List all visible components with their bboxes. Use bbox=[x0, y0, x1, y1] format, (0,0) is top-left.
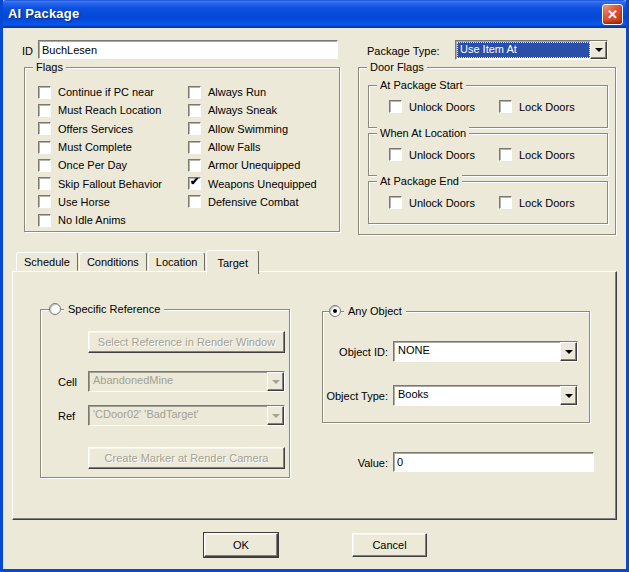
flag-row[interactable]: No Idle Anims bbox=[38, 214, 162, 227]
any-object-radio-label: Any Object bbox=[344, 305, 406, 317]
ref-dropdown-button bbox=[267, 406, 284, 425]
checkbox-location-lock-doors[interactable] bbox=[499, 148, 512, 161]
flag-row[interactable]: Weapons Unequipped bbox=[188, 177, 317, 190]
door-flags-group-title: Door Flags bbox=[367, 61, 427, 73]
checkbox-allow-swimming[interactable] bbox=[188, 122, 201, 135]
flag-row[interactable]: Must Reach Location bbox=[38, 104, 162, 117]
checkbox-end-lock-doors[interactable] bbox=[499, 196, 512, 209]
cancel-button[interactable]: Cancel bbox=[352, 533, 427, 557]
tab-label: Conditions bbox=[87, 256, 139, 268]
checkbox-must-reach-location[interactable] bbox=[38, 104, 51, 117]
door-flag-label: Lock Doors bbox=[519, 149, 575, 161]
flag-row[interactable]: Use Horse bbox=[38, 195, 162, 208]
tab-label: Location bbox=[156, 256, 198, 268]
object-id-dropdown-button[interactable] bbox=[560, 342, 577, 361]
door-flags-groupbox: Door Flags At Package Start Unlock Doors… bbox=[358, 67, 616, 235]
object-type-combobox[interactable]: Books bbox=[393, 385, 578, 406]
at-package-end-groupbox: At Package End Unlock Doors Lock Doors bbox=[368, 181, 608, 224]
checkbox-armor-unequipped[interactable] bbox=[188, 159, 201, 172]
object-id-combobox[interactable]: NONE bbox=[393, 341, 578, 362]
chevron-down-icon bbox=[272, 380, 280, 384]
ref-combobox: 'CDoor02' 'BadTarget' bbox=[88, 405, 285, 426]
door-flag-row[interactable]: Lock Doors bbox=[499, 148, 575, 161]
flag-row[interactable]: Allow Falls bbox=[188, 141, 317, 154]
checkbox-start-lock-doors[interactable] bbox=[499, 100, 512, 113]
package-type-label: Package Type: bbox=[367, 45, 440, 57]
close-button[interactable]: ✕ bbox=[602, 4, 623, 25]
checkbox-no-idle-anims[interactable] bbox=[38, 214, 51, 227]
checkbox-start-unlock-doors[interactable] bbox=[389, 100, 402, 113]
checkbox-offers-services[interactable] bbox=[38, 122, 51, 135]
tab-location[interactable]: Location bbox=[148, 252, 206, 271]
door-flag-row[interactable]: Unlock Doors bbox=[389, 196, 475, 209]
flag-label: Allow Falls bbox=[208, 141, 261, 153]
package-type-dropdown-button[interactable] bbox=[590, 41, 607, 59]
specific-reference-radio[interactable] bbox=[49, 303, 61, 315]
door-flag-label: Unlock Doors bbox=[409, 197, 475, 209]
value-label: Value: bbox=[333, 457, 388, 469]
flag-row[interactable]: Armor Unequipped bbox=[188, 159, 317, 172]
door-flag-row[interactable]: Lock Doors bbox=[499, 100, 575, 113]
chevron-down-icon bbox=[595, 48, 603, 52]
create-marker-button: Create Marker at Render Camera bbox=[88, 447, 285, 469]
cell-label: Cell bbox=[58, 376, 77, 388]
at-package-start-title: At Package Start bbox=[377, 79, 466, 91]
door-flag-label: Unlock Doors bbox=[409, 149, 475, 161]
checkbox-end-unlock-doors[interactable] bbox=[389, 196, 402, 209]
flag-label: Skip Fallout Behavior bbox=[58, 178, 162, 190]
tab-conditions[interactable]: Conditions bbox=[79, 252, 147, 271]
checkbox-continue-if-pc-near[interactable] bbox=[38, 86, 51, 99]
flag-row[interactable]: Allow Swimming bbox=[188, 122, 317, 135]
package-type-combobox[interactable]: Use Item At bbox=[455, 40, 608, 60]
flag-row[interactable]: Always Run bbox=[188, 86, 317, 99]
checkbox-use-horse[interactable] bbox=[38, 195, 51, 208]
door-flag-row[interactable]: Unlock Doors bbox=[389, 100, 475, 113]
flag-row[interactable]: Always Sneak bbox=[188, 104, 317, 117]
flag-row[interactable]: Skip Fallout Behavior bbox=[38, 177, 162, 190]
chevron-down-icon bbox=[565, 350, 573, 354]
id-input[interactable] bbox=[38, 40, 338, 59]
title-bar[interactable]: AI Package ✕ bbox=[0, 0, 629, 28]
checkbox-skip-fallout-behavior[interactable] bbox=[38, 177, 51, 190]
checkbox-always-sneak[interactable] bbox=[188, 104, 201, 117]
flag-row[interactable]: Once Per Day bbox=[38, 159, 162, 172]
flag-row[interactable]: Continue if PC near bbox=[38, 86, 162, 99]
flag-label: Always Run bbox=[208, 86, 266, 98]
door-flag-label: Lock Doors bbox=[519, 101, 575, 113]
flag-row[interactable]: Offers Services bbox=[38, 122, 162, 135]
when-at-location-groupbox: When At Location Unlock Doors Lock Doors bbox=[368, 133, 608, 176]
flag-label: Continue if PC near bbox=[58, 86, 154, 98]
checkbox-allow-falls[interactable] bbox=[188, 141, 201, 154]
flag-row[interactable]: Defensive Combat bbox=[188, 195, 317, 208]
chevron-down-icon bbox=[565, 394, 573, 398]
flag-label: Allow Swimming bbox=[208, 123, 288, 135]
ai-package-dialog: AI Package ✕ ID Package Type: Use Item A… bbox=[0, 0, 629, 572]
checkbox-defensive-combat[interactable] bbox=[188, 195, 201, 208]
close-icon: ✕ bbox=[607, 8, 618, 21]
value-input[interactable] bbox=[393, 452, 594, 472]
at-package-end-title: At Package End bbox=[377, 175, 462, 187]
flag-label: Always Sneak bbox=[208, 104, 277, 116]
chevron-down-icon bbox=[272, 414, 280, 418]
tab-schedule[interactable]: Schedule bbox=[16, 252, 78, 271]
tab-label: Schedule bbox=[24, 256, 70, 268]
tab-target[interactable]: Target bbox=[206, 250, 259, 274]
object-type-dropdown-button[interactable] bbox=[560, 386, 577, 405]
select-reference-button: Select Reference in Render Window bbox=[88, 331, 285, 353]
flags-column-left: Continue if PC near Must Reach Location … bbox=[38, 83, 162, 229]
door-flag-row[interactable]: Unlock Doors bbox=[389, 148, 475, 161]
flag-label: Weapons Unequipped bbox=[208, 178, 317, 190]
flag-label: Armor Unequipped bbox=[208, 159, 300, 171]
ok-button[interactable]: OK bbox=[204, 533, 278, 557]
checkbox-location-unlock-doors[interactable] bbox=[389, 148, 402, 161]
door-flag-label: Unlock Doors bbox=[409, 101, 475, 113]
checkbox-always-run[interactable] bbox=[188, 86, 201, 99]
flag-row[interactable]: Must Complete bbox=[38, 141, 162, 154]
checkbox-once-per-day[interactable] bbox=[38, 159, 51, 172]
checkbox-weapons-unequipped[interactable] bbox=[188, 177, 201, 190]
flag-label: No Idle Anims bbox=[58, 214, 126, 226]
checkbox-must-complete[interactable] bbox=[38, 141, 51, 154]
cell-selected-value: AbandonedMine bbox=[89, 372, 267, 391]
any-object-radio[interactable] bbox=[329, 305, 341, 317]
door-flag-row[interactable]: Lock Doors bbox=[499, 196, 575, 209]
